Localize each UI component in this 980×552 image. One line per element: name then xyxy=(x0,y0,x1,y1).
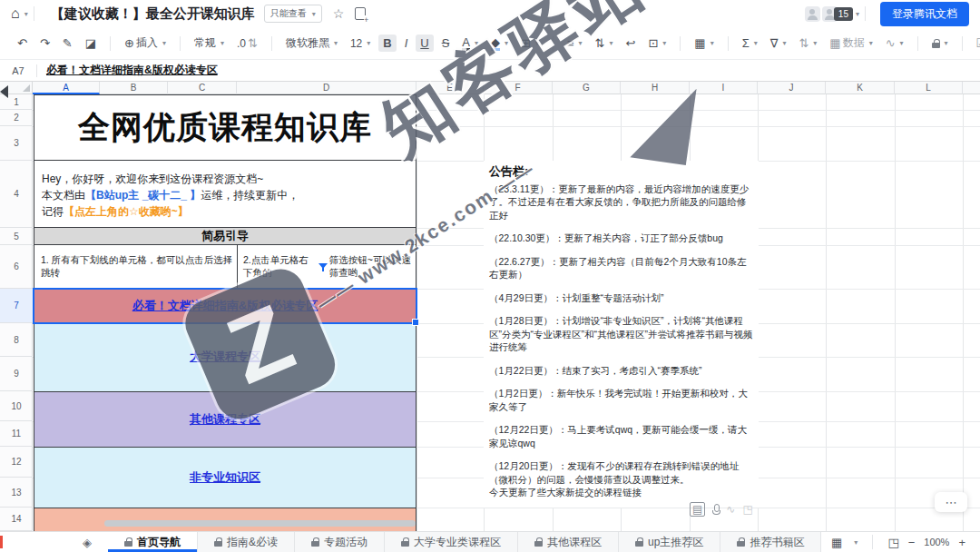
home-icon[interactable]: ⌂ xyxy=(11,5,20,22)
login-button[interactable]: 登录腾讯文档 xyxy=(880,2,969,26)
decimal-stepper[interactable]: .0⇅ xyxy=(232,34,262,53)
column-header-J[interactable]: J xyxy=(758,82,826,94)
spreadsheet-grid[interactable]: ABCDEFGHIJKL 1234567891011121314 全网优质课程知… xyxy=(0,82,980,531)
zoom-level[interactable]: 100% xyxy=(924,537,949,547)
guide-item-2[interactable]: 2.点击单元格右下角的 筛选按钮~可以快速筛查哟 xyxy=(238,245,416,288)
star-icon[interactable]: ☆ xyxy=(333,6,345,21)
format-painter-button[interactable]: ✎ xyxy=(58,34,77,52)
bold-button[interactable]: B xyxy=(378,34,396,52)
section-bottom-partial[interactable] xyxy=(34,508,416,531)
sort-button[interactable]: ⇅▾ xyxy=(794,34,821,52)
section-other-courses[interactable]: 其他课程专区 xyxy=(34,391,416,448)
sheet-tab-3[interactable]: 专题活动 xyxy=(295,532,385,552)
vertical-align-button[interactable]: ⇅▾ xyxy=(591,34,618,52)
section-must-read[interactable]: 必看！文档详细指南&版权必读专区 xyxy=(34,288,416,323)
keyboard-icon[interactable]: ▤ xyxy=(690,502,705,517)
clear-format-button[interactable]: ◪ xyxy=(81,34,101,52)
sheet-list-icon[interactable]: ◈ xyxy=(66,532,108,552)
undo-button[interactable]: ↶ xyxy=(13,34,32,52)
row-header-12[interactable]: 12 xyxy=(0,447,33,478)
column-header-E[interactable]: E xyxy=(416,82,484,94)
font-family-select[interactable]: 微软雅黑▾ xyxy=(281,33,342,54)
column-header-I[interactable]: I xyxy=(690,82,758,94)
sheet-tab-1[interactable]: 首页导航 xyxy=(108,532,198,552)
column-header-L[interactable]: L xyxy=(895,82,963,94)
sum-button[interactable]: Σ▾ xyxy=(738,34,762,52)
row-header-5[interactable]: 5 xyxy=(0,228,33,245)
cell-reference[interactable]: A7 xyxy=(0,65,36,76)
insert-chart-button[interactable]: ▦▾ xyxy=(690,34,718,52)
row-header-14[interactable]: 14 xyxy=(0,508,33,531)
permission-badge[interactable]: 只能查看 ▾ xyxy=(264,5,322,23)
zoom-out-button[interactable]: − xyxy=(908,536,916,549)
collaborator-avatar[interactable] xyxy=(805,6,820,22)
collaborator-count-badge[interactable]: 15 xyxy=(834,7,853,21)
row-header-8[interactable]: 8 xyxy=(0,323,33,357)
sheet-tab-2[interactable]: 指南&必读 xyxy=(198,532,295,552)
italic-button[interactable]: I xyxy=(400,34,413,52)
grid-view-icon[interactable]: ▦ xyxy=(831,536,842,549)
underline-button[interactable]: U xyxy=(416,34,433,52)
row-header-2[interactable]: 2 xyxy=(0,110,33,126)
column-header-D[interactable]: D xyxy=(237,82,416,94)
column-header-F[interactable]: F xyxy=(484,82,553,94)
row-header-9[interactable]: 9 xyxy=(0,357,33,391)
column-header-A[interactable]: A xyxy=(33,82,100,94)
zoom-in-button[interactable]: + xyxy=(958,536,965,549)
intro-cell[interactable]: Hey，你好呀，欢迎你来到这份课程资源文档~ 本文档由【B站up主 _碳十二_ … xyxy=(34,160,416,228)
create-copy-icon[interactable] xyxy=(355,7,366,20)
guide-item-1[interactable]: 1. 所有有下划线的单元格，都可以点击后选择跳转 xyxy=(34,245,238,288)
text-color-button[interactable]: A▾ xyxy=(457,34,483,54)
column-header-B[interactable]: B xyxy=(100,82,168,94)
section-non-professional[interactable]: 非专业知识区 xyxy=(34,447,416,508)
row-header-7[interactable]: 7 xyxy=(0,289,33,323)
row-header-10[interactable]: 10 xyxy=(0,391,33,421)
row-header-6[interactable]: 6 xyxy=(0,245,33,289)
font-size-select[interactable]: 12▾ xyxy=(346,34,375,53)
formula-content[interactable]: 必看！文档详细指南&版权必读专区 xyxy=(46,63,218,78)
section-link[interactable]: 其他课程专区 xyxy=(190,411,260,428)
row-header-11[interactable]: 11 xyxy=(0,421,33,447)
home-caret-icon[interactable]: ▾ xyxy=(24,10,28,18)
section-link[interactable]: 必看！文档详细指南&版权必读专区 xyxy=(132,298,318,314)
section-link[interactable]: 大学课程专区 xyxy=(190,349,260,365)
data-validation-button[interactable]: ∿▾ xyxy=(881,34,908,52)
insert-button[interactable]: ⊕插入▾ xyxy=(120,33,171,54)
text-wrap-button[interactable]: ↩ xyxy=(622,34,641,52)
sheet-tab-4[interactable]: 大学专业类课程区 xyxy=(385,532,518,552)
number-format-select[interactable]: 常规▾ xyxy=(190,33,229,54)
sheet-tab-6[interactable]: up主推荐区 xyxy=(619,532,720,552)
row-header-13[interactable]: 13 xyxy=(0,478,33,508)
section-link[interactable]: 非专业知识区 xyxy=(190,469,260,486)
scan-icon[interactable]: ◳ xyxy=(742,503,752,516)
collapse-panel-icon[interactable] xyxy=(0,85,8,98)
row-header-4[interactable]: 4 xyxy=(0,161,33,228)
guide-header-cell[interactable]: 简易引导 xyxy=(34,227,416,245)
sheet-tab-5[interactable]: 其他课程区 xyxy=(518,532,619,552)
title-cell[interactable]: 全网优质课程知识库 xyxy=(34,94,416,161)
horizontal-scrollbar[interactable] xyxy=(104,520,416,527)
column-header-C[interactable]: C xyxy=(168,82,237,94)
checkbox-button[interactable]: ☑▾ xyxy=(972,34,980,52)
horizontal-align-button[interactable]: ≡▾ xyxy=(563,34,587,52)
fill-color-button[interactable]: ◆▾ xyxy=(486,34,513,54)
column-header-G[interactable]: G xyxy=(553,82,621,94)
fit-view-icon[interactable]: ◳ xyxy=(887,536,898,549)
handwrite-icon[interactable]: ∿ xyxy=(726,503,735,516)
microphone-icon[interactable] xyxy=(712,504,719,515)
data-menu-button[interactable]: ▦数据▾ xyxy=(825,33,877,54)
protect-button[interactable]: ▾ xyxy=(927,36,953,51)
sheet-tab-7[interactable]: 推荐书籍区 xyxy=(720,532,821,552)
uploader-link[interactable]: 【B站up主 _碳十二_ 】 xyxy=(85,189,201,202)
section-university-courses[interactable]: 大学课程专区 xyxy=(34,322,416,392)
borders-button[interactable]: ⊞▾ xyxy=(516,34,544,52)
redo-button[interactable]: ↷ xyxy=(35,34,54,52)
more-actions-button[interactable]: ⋯ xyxy=(935,492,967,512)
chevron-down-icon[interactable]: ▾ xyxy=(854,538,858,547)
filter-button[interactable]: ∇▾ xyxy=(766,34,791,52)
row-header-3[interactable]: 3 xyxy=(0,126,33,161)
strikethrough-button[interactable]: S xyxy=(437,34,455,52)
column-header-K[interactable]: K xyxy=(826,82,895,94)
collaborator-caret-icon[interactable]: ▾ xyxy=(856,10,859,18)
merge-cells-button[interactable]: ⊡▾ xyxy=(643,34,671,52)
